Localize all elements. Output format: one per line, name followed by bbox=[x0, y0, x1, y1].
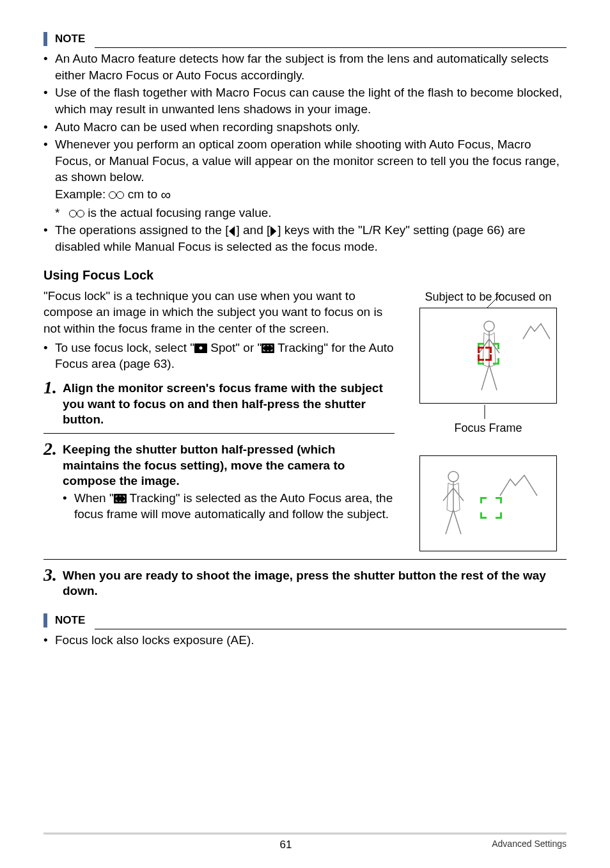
step-title: Keeping the shutter button half-pressed … bbox=[63, 442, 395, 489]
intro-paragraph: "Focus lock" is a technique you can use … bbox=[43, 288, 395, 337]
tracking-icon bbox=[262, 343, 274, 353]
focus-frame-red bbox=[478, 347, 492, 361]
step-number: 1 bbox=[43, 379, 63, 397]
note-block: NOTE • An Auto Macro feature detects how… bbox=[43, 32, 567, 255]
page-footer: 61 Advanced Settings bbox=[43, 833, 567, 851]
step-1: 1 Align the monitor screen's focus frame… bbox=[43, 379, 395, 428]
note-list-1: • An Auto Macro feature detects how far … bbox=[43, 51, 567, 255]
step-2: 2 Keeping the shutter button half-presse… bbox=[43, 440, 395, 522]
note-text: Auto Macro can be used when recording sn… bbox=[55, 119, 567, 136]
step-divider bbox=[43, 559, 567, 560]
note-block: NOTE • Focus lock also locks exposure (A… bbox=[43, 613, 567, 649]
step-number: 3 bbox=[43, 566, 63, 584]
note-item: • Use of the flash together with Macro F… bbox=[43, 84, 567, 117]
note-item: • Auto Macro can be used when recording … bbox=[43, 119, 567, 136]
step-title: Align the monitor screen's focus frame w… bbox=[63, 381, 395, 428]
note-item: • An Auto Macro feature detects how far … bbox=[43, 51, 567, 83]
pointer-line bbox=[478, 405, 491, 419]
note-label: NOTE bbox=[43, 32, 567, 46]
left-arrow-icon: ◀ bbox=[230, 221, 236, 239]
section-heading: Using Focus Lock bbox=[43, 268, 567, 283]
svg-line-0 bbox=[486, 294, 501, 309]
note-rule bbox=[95, 629, 567, 629]
illustration-2 bbox=[419, 455, 557, 551]
step-title: When you are ready to shoot the image, p… bbox=[63, 568, 567, 599]
note-list-2: • Focus lock also locks exposure (AE). bbox=[43, 632, 567, 649]
note-footnote: * is the actual focusing range value. bbox=[55, 205, 567, 221]
note-item: • Focus lock also locks exposure (AE). bbox=[43, 632, 567, 649]
note-text: Use of the flash together with Macro Foc… bbox=[55, 84, 567, 117]
step-3: 3 When you are ready to shoot the image,… bbox=[43, 566, 567, 599]
tracking-icon bbox=[114, 494, 127, 503]
mountain-icon bbox=[522, 322, 551, 340]
intro-bullet: • To use focus lock, select " Spot" or "… bbox=[43, 340, 395, 372]
svg-point-3 bbox=[448, 471, 458, 482]
svg-point-1 bbox=[484, 321, 494, 331]
step-divider bbox=[43, 433, 395, 434]
note-text: An Auto Macro feature detects how far th… bbox=[55, 51, 567, 83]
note-text: Whenever you perform an optical zoom ope… bbox=[55, 138, 559, 184]
mountain-icon bbox=[499, 474, 538, 497]
footer-section-label: Advanced Settings bbox=[451, 839, 567, 851]
note-rule bbox=[95, 47, 567, 48]
illustration-1 bbox=[419, 308, 557, 404]
note-example: Example: cm to ∞ bbox=[55, 185, 567, 205]
note-text: The operations assigned to the [◀] and [… bbox=[55, 222, 567, 255]
focus-frame-green bbox=[480, 497, 502, 519]
page-number: 61 bbox=[120, 839, 451, 851]
figure-caption-frame: Focus Frame bbox=[410, 422, 567, 435]
spot-icon bbox=[194, 343, 207, 353]
pointer-line bbox=[483, 294, 503, 309]
note-label: NOTE bbox=[43, 613, 567, 627]
right-arrow-icon: ▶ bbox=[270, 221, 277, 239]
note-item: • The operations assigned to the [◀] and… bbox=[43, 222, 567, 255]
person-icon bbox=[439, 470, 467, 543]
note-item: • Whenever you perform an optical zoom o… bbox=[43, 136, 567, 221]
note-text: Focus lock also locks exposure (AE). bbox=[55, 632, 567, 649]
step-subnote: • When " Tracking" is selected as the Au… bbox=[63, 491, 395, 522]
step-number: 2 bbox=[43, 440, 63, 458]
